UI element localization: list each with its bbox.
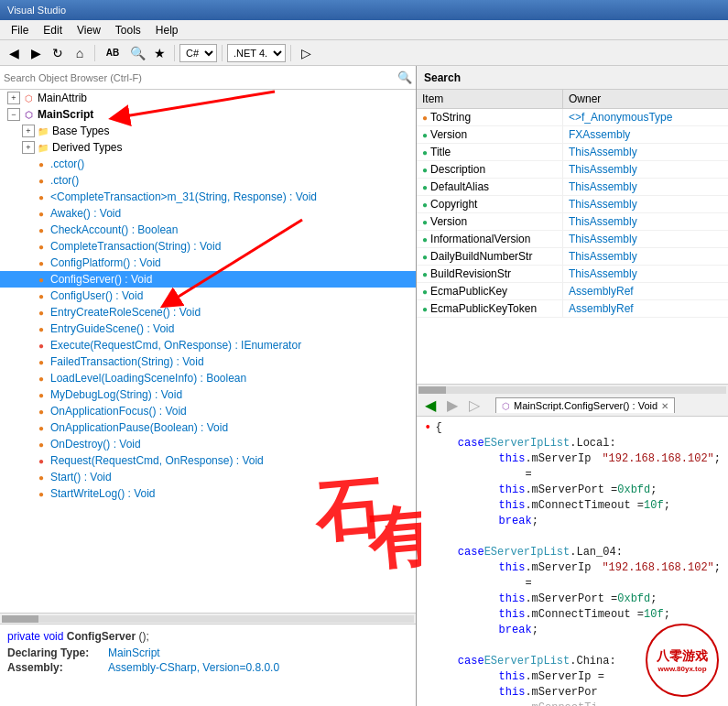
code-tab[interactable]: ⬡ MainScript.ConfigServer() : Void ✕	[495, 397, 675, 413]
lang-dropdown[interactable]: C#	[179, 44, 217, 62]
ab-btn[interactable]: AB	[100, 43, 125, 63]
expand-derivedtypes[interactable]: +	[22, 141, 35, 154]
scrollbar-thumb	[2, 615, 38, 623]
table-row[interactable]: ● Description ThisAssembly	[417, 161, 728, 179]
assembly-value: Assembly-CSharp, Version=0.8.0.0	[108, 661, 279, 674]
tree-scrollbar-h[interactable]	[0, 613, 416, 624]
declaring-type-row: Declaring Type: MainScript	[7, 646, 408, 659]
code-forward-btn[interactable]: ▶	[442, 396, 462, 416]
method-icon19: ●	[35, 454, 48, 467]
tree-item-checkaccount[interactable]: ● CheckAccount() : Boolean	[0, 222, 416, 238]
table-row[interactable]: ● DailyBuildNumberStr ThisAssembly	[417, 248, 728, 266]
framework-dropdown[interactable]: .NET 4.	[227, 44, 286, 62]
code-line: this .mServerPort = 0xbfd ;	[424, 483, 721, 498]
row-icon: ●	[422, 287, 428, 297]
tree-item-startwrite[interactable]: ● StartWriteLog() : Void	[0, 485, 416, 502]
method-icon21: ●	[35, 487, 48, 500]
copyright-item: Copyright	[430, 198, 477, 211]
tree-item-start[interactable]: ● Start() : Void	[0, 469, 416, 485]
search-input[interactable]	[4, 72, 397, 83]
star-btn[interactable]: ★	[149, 43, 169, 63]
title-text: Visual Studio	[7, 5, 66, 16]
tab-close-btn[interactable]: ✕	[661, 401, 668, 411]
tree-item-configplatform[interactable]: ● ConfigPlatform() : Void	[0, 255, 416, 271]
tree-label: MyDebugLog(String) : Void	[50, 388, 182, 401]
tree-item-configuser[interactable]: ● ConfigUser() : Void	[0, 288, 416, 304]
tree-item-execute[interactable]: ● Execute(RequestCmd, OnResponse) : IEnu…	[0, 337, 416, 353]
search-header: Search	[417, 66, 728, 90]
menu-bar: File Edit View Tools Help	[0, 20, 728, 40]
tree-item-mainattrib[interactable]: + ⬡ MainAttrib	[0, 90, 416, 106]
tree-label: Derived Types	[52, 141, 122, 154]
row-icon: ●	[422, 113, 428, 123]
refresh-btn[interactable]: ↻	[48, 43, 68, 63]
code-line: this .mConnectTimeout = 10f ;	[424, 498, 721, 514]
tree-item-ctor[interactable]: ● .ctor()	[0, 172, 416, 189]
table-row[interactable]: ● Title ThisAssembly	[417, 144, 728, 161]
folder-icon2: 📁	[37, 141, 49, 154]
tree-item-cctor[interactable]: ● .cctor()	[0, 156, 416, 172]
code-back-btn[interactable]: ◀	[420, 396, 440, 416]
item-cell: ● Copyright	[417, 196, 563, 212]
tree-item-completetxstr[interactable]: ● CompleteTransaction(String) : Void	[0, 238, 416, 255]
right-panel: Search Item Owner ● ToString <>f_Anonymo…	[417, 66, 728, 706]
back-btn[interactable]: ◀	[4, 43, 24, 63]
code-line: case EServerIpList .Local:	[424, 436, 721, 451]
watermark: 八零游戏 www.80yx.top	[646, 624, 719, 697]
tree-label: EntryCreateRoleScene() : Void	[50, 306, 201, 319]
tree-item-loadlevel[interactable]: ● LoadLevel(LoadingSceneInfo) : Boolean	[0, 370, 416, 386]
search-btn[interactable]: 🔍	[127, 43, 147, 63]
col-item-header: Item	[417, 90, 563, 108]
table-row[interactable]: ● Version FXAssembly	[417, 126, 728, 144]
tree-item-mydebug[interactable]: ● MyDebugLog(String) : Void	[0, 386, 416, 403]
table-row[interactable]: ● ToString <>f_AnonymousType	[417, 109, 728, 126]
tree-item-derivedtypes[interactable]: + 📁 Derived Types	[0, 139, 416, 156]
tree-item-completetx[interactable]: ● <CompleteTransaction>m_31(String, Resp…	[0, 189, 416, 205]
watermark-url: www.80yx.top	[657, 665, 706, 673]
tree-item-mainscript[interactable]: − ⬡ MainScript	[0, 106, 416, 123]
item-cell: ● DailyBuildNumberStr	[417, 248, 563, 265]
table-row[interactable]: ● Version ThisAssembly	[417, 213, 728, 231]
tree-item-basetypes[interactable]: + 📁 Base Types	[0, 123, 416, 139]
menu-help[interactable]: Help	[148, 22, 186, 38]
tree-item-entrycreate[interactable]: ● EntryCreateRoleScene() : Void	[0, 304, 416, 320]
tree-item-ondestroy[interactable]: ● OnDestroy() : Void	[0, 436, 416, 452]
ns-icon: ⬡	[22, 92, 35, 104]
menu-tools[interactable]: Tools	[108, 22, 148, 38]
table-row[interactable]: ● DefaultAlias ThisAssembly	[417, 179, 728, 196]
tree-item-failedtx[interactable]: ● FailedTransaction(String) : Void	[0, 353, 416, 370]
row-icon: ●	[422, 304, 428, 314]
owner-cell: ThisAssembly	[563, 161, 728, 178]
tree-item-request[interactable]: ● Request(RequestCmd, OnResponse) : Void	[0, 452, 416, 469]
tree-item-onapplicationpause[interactable]: ● OnApplicationPause(Boolean) : Void	[0, 419, 416, 436]
row-icon: ●	[422, 182, 428, 192]
tree-item-onapplicationfocus[interactable]: ● OnApplicationFocus() : Void	[0, 403, 416, 419]
tree-item-awake[interactable]: ● Awake() : Void	[0, 205, 416, 222]
forward-btn[interactable]: ▶	[26, 43, 46, 63]
menu-file[interactable]: File	[4, 22, 36, 38]
tree-item-entryguide[interactable]: ● EntryGuideScene() : Void	[0, 320, 416, 337]
menu-view[interactable]: View	[70, 22, 108, 38]
table-row[interactable]: ● EcmaPublicKeyToken AssemblyRef	[417, 300, 728, 318]
extra-btn[interactable]: ▷	[296, 43, 316, 63]
tree-label: OnApplicationFocus() : Void	[50, 405, 187, 418]
item-cell: ● InformationalVersion	[417, 231, 563, 247]
home-btn[interactable]: ⌂	[70, 43, 90, 63]
search-title: Search	[424, 71, 461, 84]
tree-item-configserver[interactable]: ● ConfigServer() : Void	[0, 271, 416, 288]
table-scrollbar-h[interactable]	[417, 384, 728, 395]
menu-edit[interactable]: Edit	[36, 22, 70, 38]
table-row[interactable]: ● EcmaPublicKey AssemblyRef	[417, 283, 728, 300]
tree-label: EntryGuideScene() : Void	[50, 322, 174, 335]
expand-mainattrib[interactable]: +	[7, 92, 20, 104]
expand-mainscript[interactable]: −	[7, 108, 20, 121]
item-cell: ● EcmaPublicKeyToken	[417, 300, 563, 317]
method-icon15: ●	[35, 388, 48, 401]
owner-cell: AssemblyRef	[563, 300, 728, 317]
code-line: this .mServerIp = "192.168.168.102" ;	[424, 560, 721, 592]
table-row[interactable]: ● BuildRevisionStr ThisAssembly	[417, 266, 728, 283]
expand-basetypes[interactable]: +	[22, 125, 35, 137]
table-row-copyright[interactable]: ● Copyright ThisAssembly	[417, 196, 728, 213]
code-hist-btn[interactable]: ▷	[464, 396, 484, 416]
table-row[interactable]: ● InformationalVersion ThisAssembly	[417, 231, 728, 248]
